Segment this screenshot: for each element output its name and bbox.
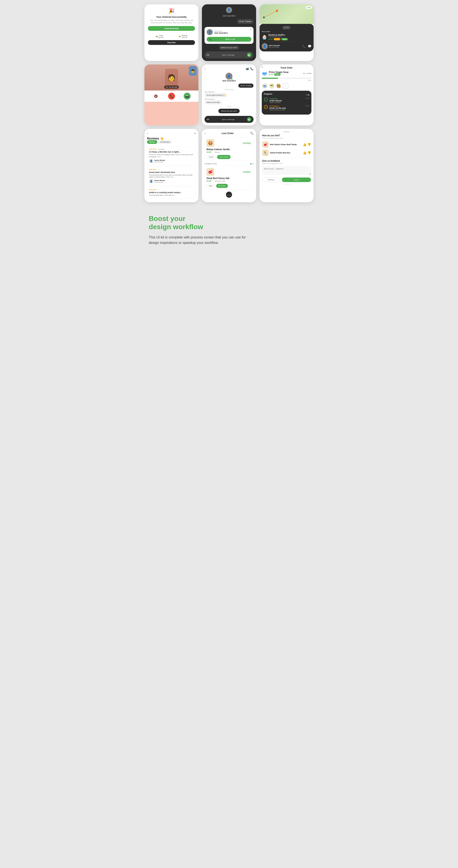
online-indicator: [231, 78, 232, 80]
video-call-icon[interactable]: 📹: [246, 67, 249, 70]
mute-button[interactable]: 🔇: [152, 93, 159, 100]
cash-label: Cash: [158, 34, 164, 36]
cash-amount: $15,45: [158, 36, 164, 38]
complete-badge: Complete: [242, 171, 252, 173]
map-area: 4 min: [260, 4, 314, 24]
add-review-button[interactable]: +: [194, 131, 196, 135]
track-order-card: ‹ Track Order 🥣 Prime Veggie Soup $4.90 …: [260, 64, 314, 125]
reviewer-name-2: Jason Monas: [154, 180, 165, 181]
reviewer-role-1: Food Traveler: [154, 161, 165, 163]
close-icon[interactable]: ✕: [250, 28, 252, 31]
complete-header: 🥩 Complete: [206, 168, 251, 176]
search-icon[interactable]: 🔍: [250, 131, 254, 135]
row2: 🧑 👦 23 : 32 min left 🔇 📞 📷 ‹ 📹 📞: [144, 64, 314, 125]
chat-greeting-bubble: Hi Sir, Thanks: [237, 19, 254, 24]
scroll-down-button[interactable]: ⌄⌄: [226, 192, 232, 198]
give-feedback-title: Give us feedback: [262, 160, 311, 162]
row1: 🎉 Your Ordered Successfully Your success…: [144, 4, 314, 61]
review-label-1: Excellent: [159, 148, 165, 150]
review-item-2: ★★★★☆ Great taste! Absolutely Nice This …: [147, 166, 196, 186]
chat-avatar: 👤: [226, 7, 232, 13]
thumbs-up-1[interactable]: 👍: [303, 143, 306, 146]
send-button[interactable]: ▶: [247, 53, 251, 57]
call-popup: ✕ 👤 Call Courier Jack Saunders 📞 Slide t…: [204, 27, 253, 44]
video-button[interactable]: 📷: [184, 93, 191, 100]
phone-icon[interactable]: 📞: [302, 44, 306, 48]
bottom-handle: [282, 184, 291, 184]
food1-feedback-info: 🥩 Red Velvet Chees Beef Steak: [262, 141, 297, 148]
keyboard-icon: ⌨: [207, 119, 209, 120]
previous-button[interactable]: Previous: [262, 178, 280, 182]
food2-emoji-row[interactable]: 👍 👎: [303, 151, 311, 155]
last-order-card: ‹ Last Order 🔍 🍪 On Going Mokaa Cokiees …: [202, 129, 256, 202]
thumbs-up-2[interactable]: 👍: [303, 151, 306, 155]
track-item-name: Prime Veggie Soup: [269, 71, 289, 73]
review-text-1: Come one, come all to sample Pasta's cir…: [149, 154, 194, 158]
review-title-2: Great taste! Absolutely Nice: [149, 171, 194, 174]
reviews-content: ‹ + Reviews 👋 Recent All Reviews ★★★★☆ E…: [144, 129, 198, 202]
msg-morning: Hi all, good morning 👋: [204, 93, 253, 97]
food1-emoji-row[interactable]: 👍 👎: [303, 143, 311, 146]
pay-now-button[interactable]: Pay Now: [148, 40, 195, 45]
back-arrow-icon[interactable]: ‹: [204, 67, 205, 70]
give-feedback-sub: Write your suggestion here.: [262, 162, 311, 164]
add-food-button[interactable]: +: [283, 83, 289, 89]
back-arrow-track[interactable]: ‹: [262, 65, 263, 69]
reorder-button[interactable]: Re-Order: [216, 184, 228, 188]
chat-user-name: Jack Saunders: [222, 80, 236, 82]
driver-details: Jack Saunder Est. 10-15 MIN: [269, 44, 280, 48]
review-more-2[interactable]: more: [170, 176, 173, 178]
dot-gray: [252, 163, 254, 164]
send-button-light[interactable]: ▶: [247, 117, 251, 122]
detail-button[interactable]: Detail: [206, 155, 216, 159]
step-complete-icon: ✓: [264, 98, 268, 101]
chat-input-dark[interactable]: ⌨ Type a message ▶: [204, 52, 253, 58]
step-progress-info: In Progress Driver on the way Please wai…: [269, 105, 286, 111]
thumbs-down-1[interactable]: 👎: [307, 143, 311, 146]
reviewer-name-1: Jason Monas: [154, 159, 165, 161]
paypay-info: PayPay $15,45: [182, 34, 188, 38]
thumbs-down-2[interactable]: 👎: [307, 151, 311, 155]
chat-input-light[interactable]: ⌨ Type a message ▶: [204, 116, 253, 123]
tab-recent[interactable]: Recent: [147, 140, 157, 144]
submit-button[interactable]: Submit: [282, 178, 311, 182]
track-item-row: 🥣 Prime Veggie Soup $4.90 Vegan Est : 15…: [262, 71, 312, 76]
where-msg: Where are you now?: [218, 109, 240, 113]
collapse-handle[interactable]: ⌃⌃: [283, 26, 290, 29]
video-person-area: 🧑 👦 23 : 32 min left: [144, 64, 198, 91]
tab-all-reviews[interactable]: All Reviews: [158, 140, 172, 144]
call-timer: 23 : 32 min left: [164, 86, 179, 89]
review-more-1[interactable]: more: [157, 156, 161, 158]
ongoing-header: 🍪 On Going: [206, 139, 251, 147]
driver-title: Driver on the way: [269, 107, 286, 109]
end-call-button[interactable]: 📞: [168, 93, 175, 100]
msg-bubble-morning: Hi all, good morning 👋: [204, 93, 227, 97]
feedback-textarea[interactable]: [262, 166, 311, 175]
order-success-title: Your Ordered Successfully: [148, 16, 195, 18]
phone-call-icon[interactable]: 📞: [250, 67, 254, 70]
chat-light-content: ‹ 📹 📞 👤 Jack Saunders Hi Sir, Thanks: [202, 64, 256, 125]
review-title-3: Golda is a cracking Israeli restaur...: [149, 191, 194, 193]
order-item-row: 🧁 Blueberry Muffins Coming with 15 min $…: [262, 34, 312, 40]
driver-row: 👤 Jack Saunder Est. 10-15 MIN 📞 💬: [262, 42, 312, 49]
reviewer-avatar-2: 👤: [149, 179, 153, 183]
track-order-button[interactable]: Track Order: [217, 155, 231, 159]
phone-icon: 📞: [209, 38, 211, 40]
message-icon[interactable]: 💬: [308, 44, 312, 48]
status-dot-2: [308, 94, 309, 95]
last-order-title: Last Order: [205, 132, 250, 134]
payment-row: 💵 Cash $15,45 💳 PayPay $15,45: [148, 33, 195, 38]
keep-browsing-button[interactable]: Keep Browsing: [148, 26, 195, 31]
boost-description: This UI kit is complete with process scr…: [149, 235, 253, 246]
food2-actions: Rate Re-Order: [206, 184, 251, 188]
rate-button[interactable]: Rate: [206, 184, 215, 188]
back-arrow-reviews[interactable]: ‹: [147, 131, 148, 135]
paypay-amount: $15,45: [182, 36, 188, 38]
header-icons: 📹 📞: [246, 67, 254, 70]
last-order-header: ‹ Last Order 🔍: [204, 131, 253, 135]
delivery-info: ⌃⌃ Item order 🧁 Blueberry Muffins Coming…: [260, 24, 314, 52]
food-thumb-2: 🥗: [269, 83, 275, 89]
slide-to-call[interactable]: 📞 Slide to call ›: [207, 37, 251, 42]
reviews-header: ‹ +: [147, 131, 196, 135]
food1-image: 🍪: [206, 139, 214, 147]
